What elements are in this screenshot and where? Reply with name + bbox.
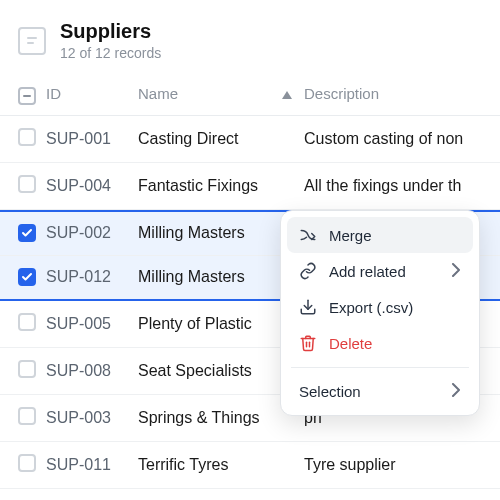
- row-name: Fantastic Fixings: [138, 177, 304, 195]
- merge-icon: [299, 226, 317, 244]
- row-checkbox[interactable]: [18, 454, 36, 472]
- row-checkbox[interactable]: [18, 268, 36, 286]
- page-header: Suppliers 12 of 12 records: [0, 0, 500, 73]
- menu-item-add-related[interactable]: Add related: [287, 253, 473, 289]
- column-header-name-label: Name: [138, 85, 178, 102]
- menu-item-delete-label: Delete: [329, 335, 372, 352]
- row-checkbox[interactable]: [18, 224, 36, 242]
- page-title: Suppliers: [60, 20, 161, 43]
- row-id: SUP-004: [46, 177, 138, 195]
- table-icon: [18, 27, 46, 55]
- row-name: Terrific Tyres: [138, 456, 304, 474]
- row-id: SUP-003: [46, 409, 138, 427]
- table-header-row: ID Name Description: [0, 73, 500, 116]
- menu-item-selection-label: Selection: [299, 383, 361, 400]
- row-name: Springs & Things: [138, 409, 304, 427]
- select-all-checkbox[interactable]: [18, 87, 36, 105]
- row-id: SUP-008: [46, 362, 138, 380]
- menu-item-merge-label: Merge: [329, 227, 372, 244]
- column-header-description[interactable]: Description: [304, 85, 482, 102]
- row-id: SUP-011: [46, 456, 138, 474]
- table-row[interactable]: SUP-001Casting DirectCustom casting of n…: [0, 116, 500, 163]
- record-count: 12 of 12 records: [60, 45, 161, 61]
- row-name: Casting Direct: [138, 130, 304, 148]
- column-header-name[interactable]: Name: [138, 85, 304, 102]
- table-row[interactable]: SUP-004Fantastic FixingsAll the fixings …: [0, 163, 500, 210]
- table-row[interactable]: SUP-006Trim MatesSpecialist internal tri…: [0, 489, 500, 500]
- chevron-right-icon: [451, 263, 461, 280]
- chevron-right-icon: [451, 383, 461, 400]
- menu-item-export[interactable]: Export (.csv): [287, 289, 473, 325]
- sort-asc-icon: [282, 85, 292, 102]
- row-checkbox[interactable]: [18, 175, 36, 193]
- column-header-id[interactable]: ID: [46, 85, 138, 102]
- table-row[interactable]: SUP-011Terrific TyresTyre supplier: [0, 442, 500, 489]
- menu-item-export-label: Export (.csv): [329, 299, 413, 316]
- row-checkbox[interactable]: [18, 128, 36, 146]
- row-checkbox[interactable]: [18, 313, 36, 331]
- row-id: SUP-012: [46, 268, 138, 286]
- row-id: SUP-001: [46, 130, 138, 148]
- menu-item-selection[interactable]: Selection: [287, 374, 473, 409]
- menu-divider: [291, 367, 469, 368]
- row-id: SUP-002: [46, 224, 138, 242]
- row-description: All the fixings under th: [304, 177, 482, 195]
- row-checkbox[interactable]: [18, 360, 36, 378]
- download-icon: [299, 298, 317, 316]
- context-menu: Merge Add related Export (.csv) Delete S…: [280, 210, 480, 416]
- menu-item-add-related-label: Add related: [329, 263, 406, 280]
- link-icon: [299, 262, 317, 280]
- row-id: SUP-005: [46, 315, 138, 333]
- row-checkbox[interactable]: [18, 407, 36, 425]
- row-description: Tyre supplier: [304, 456, 482, 474]
- menu-item-merge[interactable]: Merge: [287, 217, 473, 253]
- row-description: Custom casting of non: [304, 130, 482, 148]
- trash-icon: [299, 334, 317, 352]
- menu-item-delete[interactable]: Delete: [287, 325, 473, 361]
